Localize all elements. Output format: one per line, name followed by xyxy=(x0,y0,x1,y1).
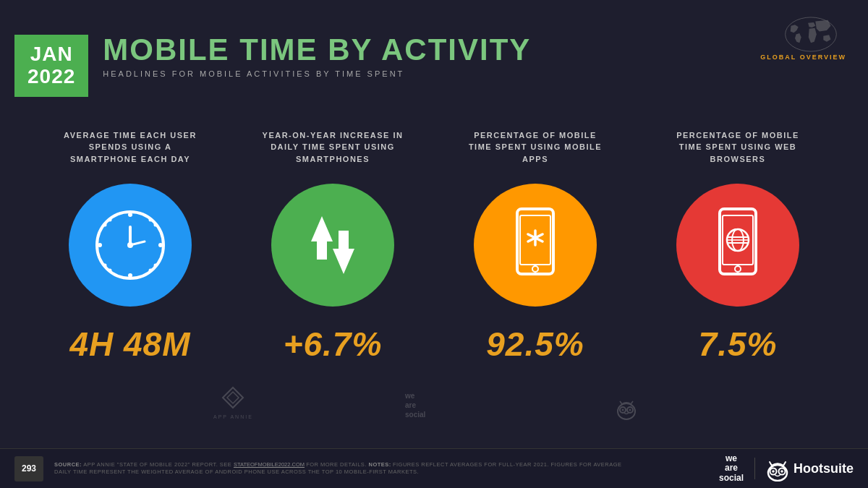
footer-divider xyxy=(754,458,755,479)
card-yoy-label: YEAR-ON-YEAR INCREASE IN DAILY TIME SPEN… xyxy=(260,126,405,169)
global-overview: GLOBAL OVERVIEW xyxy=(760,14,846,61)
date-box: JAN 2022 xyxy=(14,35,88,97)
watermark-wearesocial: wearesocial xyxy=(405,391,425,419)
svg-point-6 xyxy=(109,218,112,221)
svg-marker-35 xyxy=(227,392,239,403)
notes-label: NOTES: xyxy=(369,461,391,468)
svg-point-16 xyxy=(127,242,133,248)
watermark-appannie: APP ANNIE xyxy=(213,386,253,419)
world-map-icon xyxy=(778,14,829,51)
date-line1: JAN xyxy=(27,43,75,66)
clock-icon xyxy=(94,209,166,281)
card-avg-time: AVERAGE TIME EACH USER SPENDS USING A SM… xyxy=(29,126,231,364)
svg-point-2 xyxy=(128,213,132,217)
arrows-icon xyxy=(300,209,365,281)
svg-point-28 xyxy=(735,266,741,272)
svg-point-39 xyxy=(622,409,624,411)
wearesocial-label: wearesocial xyxy=(405,391,425,419)
phone-web-icon xyxy=(709,205,767,285)
svg-line-42 xyxy=(631,401,633,404)
hootsuite-logo: Hootsuite xyxy=(766,455,854,481)
svg-line-48 xyxy=(770,462,772,466)
svg-point-40 xyxy=(629,409,631,411)
svg-line-41 xyxy=(620,401,622,404)
footer-text: SOURCE: APP ANNIE "STATE OF MOBILE 2022"… xyxy=(54,461,633,476)
svg-point-21 xyxy=(532,266,538,272)
card-avg-time-value: 4H 48M xyxy=(69,325,190,364)
hootsuite-owl-icon xyxy=(766,455,789,481)
watermark-hootsuite-owl xyxy=(616,397,637,423)
card-apps-circle xyxy=(474,184,597,307)
subtitle: HEADLINES FOR MOBILE ACTIVITIES BY TIME … xyxy=(103,69,531,78)
card-yoy: YEAR-ON-YEAR INCREASE IN DAILY TIME SPEN… xyxy=(231,126,434,364)
svg-point-25 xyxy=(534,236,537,239)
card-apps: PERCENTAGE OF MOBILE TIME SPENT USING MO… xyxy=(434,126,637,364)
page-background: JAN 2022 MOBILE TIME BY ACTIVITY HEADLIN… xyxy=(0,0,868,488)
card-apps-value: 92.5% xyxy=(486,325,584,364)
page-number: 293 xyxy=(14,456,43,481)
svg-point-46 xyxy=(772,470,775,473)
source-label: SOURCE: xyxy=(54,461,82,468)
header: JAN 2022 MOBILE TIME BY ACTIVITY HEADLIN… xyxy=(0,0,868,97)
svg-point-4 xyxy=(98,243,102,247)
date-line2: 2022 xyxy=(27,66,75,88)
svg-point-9 xyxy=(149,268,153,272)
card-web-value: 7.5% xyxy=(699,325,778,364)
svg-point-47 xyxy=(780,470,783,473)
svg-marker-18 xyxy=(333,231,354,274)
card-web-label: PERCENTAGE OF MOBILE TIME SPENT USING WE… xyxy=(665,126,810,169)
we-are-social-logo: wearesocial xyxy=(719,454,744,483)
source-text: APP ANNIE "STATE OF MOBILE 2022" REPORT.… xyxy=(83,461,234,468)
svg-point-13 xyxy=(154,263,158,267)
cards-container: AVERAGE TIME EACH USER SPENDS USING A SM… xyxy=(0,104,868,364)
card-web-circle xyxy=(676,184,799,307)
card-avg-time-label: AVERAGE TIME EACH USER SPENDS USING A SM… xyxy=(58,126,203,169)
svg-point-7 xyxy=(149,218,153,221)
card-avg-time-circle xyxy=(69,184,192,307)
svg-point-11 xyxy=(154,223,158,226)
title-area: MOBILE TIME BY ACTIVITY HEADLINES FOR MO… xyxy=(103,35,531,78)
source-more: FOR MORE DETAILS. xyxy=(306,461,368,468)
global-overview-label: GLOBAL OVERVIEW xyxy=(760,53,846,61)
svg-point-5 xyxy=(158,243,163,247)
svg-marker-17 xyxy=(311,216,333,260)
svg-line-49 xyxy=(783,462,786,466)
card-apps-label: PERCENTAGE OF MOBILE TIME SPENT USING MO… xyxy=(463,126,608,169)
owl-icon xyxy=(616,397,637,420)
hootsuite-text: Hootsuite xyxy=(793,461,854,476)
svg-point-3 xyxy=(128,273,132,278)
footer: 293 SOURCE: APP ANNIE "STATE OF MOBILE 2… xyxy=(0,448,868,488)
svg-marker-34 xyxy=(223,388,243,408)
svg-point-10 xyxy=(103,223,107,226)
svg-point-12 xyxy=(103,263,107,267)
svg-point-8 xyxy=(109,268,112,272)
card-yoy-value: +6.7% xyxy=(284,325,383,364)
source-url: STATEOFMOBILE2022.COM xyxy=(234,461,305,468)
main-title: MOBILE TIME BY ACTIVITY xyxy=(103,35,531,65)
footer-logos: wearesocial Hootsuite xyxy=(719,454,854,483)
card-web: PERCENTAGE OF MOBILE TIME SPENT USING WE… xyxy=(637,126,839,364)
appannie-label: APP ANNIE xyxy=(213,414,253,419)
card-yoy-circle xyxy=(271,184,394,307)
phone-app-icon xyxy=(506,205,564,285)
we-are-social-text: wearesocial xyxy=(719,454,744,483)
